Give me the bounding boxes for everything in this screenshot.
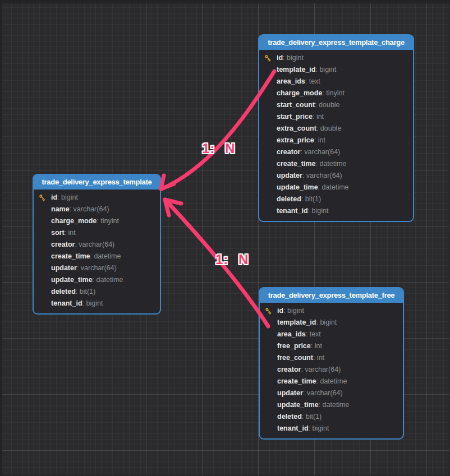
field-type: : datetime [318, 183, 349, 191]
table-field-list: id: biginttemplate_id: bigintarea_ids: t… [260, 303, 403, 438]
field-type: : bit(1) [76, 288, 95, 295]
entity-table-charge[interactable]: trade_delivery_express_template_charge i… [258, 34, 414, 222]
table-row: tenant_id: bigint [259, 205, 413, 217]
table-row: extra_count: double [259, 123, 413, 135]
field-name: deleted [51, 288, 76, 295]
primary-key-icon [264, 54, 272, 62]
field-type: : int [65, 229, 76, 237]
table-row: start_count: double [259, 99, 413, 111]
table-row: deleted: bit(1) [259, 193, 413, 205]
table-row: extra_price: int [259, 135, 413, 146]
table-row: id: bigint [34, 192, 160, 204]
field-name: template_id [277, 66, 315, 73]
table-title[interactable]: trade_delivery_express_template [34, 175, 160, 190]
table-row: id: bigint [259, 52, 413, 64]
relation-label: 1: N [215, 252, 249, 267]
table-row: updater: varchar(64) [260, 387, 403, 399]
table-row: template_id: bigint [259, 64, 413, 76]
field-type: : datetime [316, 377, 347, 385]
field-name: create_time [277, 160, 316, 168]
field-name: tenant_id [277, 207, 308, 215]
field-name: update_time [277, 183, 318, 191]
field-name: area_ids [277, 330, 306, 338]
table-row: free_price: int [260, 340, 403, 352]
field-name: template_id [277, 318, 316, 326]
field-type: : bigint [308, 207, 329, 215]
table-row: creator: varchar(64) [34, 239, 160, 251]
field-type: : datetime [319, 401, 350, 409]
field-name: deleted [277, 413, 302, 420]
field-type: : varchar(64) [300, 148, 340, 156]
relation-label: 1: N [202, 141, 235, 156]
field-name: sort [51, 229, 65, 237]
primary-key-icon [38, 193, 47, 202]
field-type: : varchar(64) [75, 241, 114, 248]
field-type: : bigint [283, 54, 304, 62]
field-type: : int [313, 113, 324, 121]
field-type: : int [314, 136, 325, 144]
field-type: : bigint [57, 193, 78, 201]
primary-key-icon [264, 307, 273, 315]
field-type: : text [306, 330, 321, 338]
field-type: : varchar(64) [301, 366, 341, 373]
table-title[interactable]: trade_delivery_express_template_charge [259, 35, 413, 50]
table-row: charge_mode: tinyint [259, 87, 413, 99]
entity-table-template[interactable]: trade_delivery_express_template id: bigi… [33, 174, 161, 315]
field-type: : int [313, 354, 324, 362]
table-row: charge_mode: tinyint [34, 215, 160, 227]
table-row: tenant_id: bigint [34, 298, 160, 309]
field-type: : varchar(64) [77, 264, 117, 272]
diagram-canvas[interactable]: trade_delivery_express_template id: bigi… [0, 0, 450, 476]
table-row: creator: varchar(64) [259, 146, 413, 158]
table-row: id: bigint [260, 305, 403, 317]
table-field-list: id: biginttemplate_id: bigintarea_ids: t… [259, 50, 413, 221]
table-row: start_price: int [259, 111, 413, 123]
field-type: : bigint [316, 318, 337, 326]
table-row: update_time: datetime [260, 399, 403, 411]
field-type: : int [311, 342, 322, 350]
field-name: deleted [277, 195, 301, 203]
field-type: : tinyint [97, 217, 119, 225]
field-name: tenant_id [277, 424, 309, 432]
field-name: area_ids [277, 77, 305, 85]
table-row: updater: varchar(64) [259, 170, 413, 182]
field-name: charge_mode [51, 217, 97, 225]
field-name: free_count [277, 354, 313, 362]
field-name: create_time [51, 252, 90, 260]
table-field-list: id: bigintname: varchar(64)charge_mode: … [34, 190, 160, 313]
field-name: update_time [277, 401, 319, 409]
table-row: creator: varchar(64) [260, 364, 403, 376]
table-row: update_time: datetime [34, 274, 160, 286]
field-type: : datetime [93, 276, 123, 284]
canvas-edge-left [0, 0, 2, 476]
entity-table-free[interactable]: trade_delivery_express_template_free id:… [259, 287, 404, 440]
field-type: : bigint [283, 307, 304, 315]
field-type: : bigint [309, 424, 329, 432]
field-name: id [277, 307, 283, 315]
field-name: create_time [277, 377, 316, 385]
field-name: extra_count [277, 124, 316, 132]
field-name: free_price [277, 342, 311, 350]
field-type: : tinyint [322, 89, 345, 97]
field-name: updater [51, 264, 77, 272]
field-name: creator [51, 241, 75, 248]
table-row: template_id: bigint [260, 317, 403, 329]
field-type: : varchar(64) [70, 205, 109, 213]
table-row: name: varchar(64) [34, 204, 160, 215]
field-type: : varchar(64) [303, 389, 343, 397]
field-type: : double [315, 101, 339, 109]
table-row: create_time: datetime [260, 376, 403, 387]
table-row: free_count: int [260, 352, 403, 364]
table-row: create_time: datetime [34, 251, 160, 262]
table-row: deleted: bit(1) [34, 286, 160, 298]
table-row: area_ids: text [259, 76, 413, 87]
table-row: updater: varchar(64) [34, 262, 160, 274]
field-name: creator [277, 148, 300, 156]
field-type: : bit(1) [302, 413, 322, 420]
field-type: : double [316, 124, 341, 132]
table-row: tenant_id: bigint [260, 423, 403, 435]
field-name: id [277, 54, 283, 62]
relation-arrow-charge-to-template [161, 71, 274, 189]
table-title[interactable]: trade_delivery_express_template_free [260, 288, 403, 303]
canvas-edge-top [0, 0, 450, 3]
